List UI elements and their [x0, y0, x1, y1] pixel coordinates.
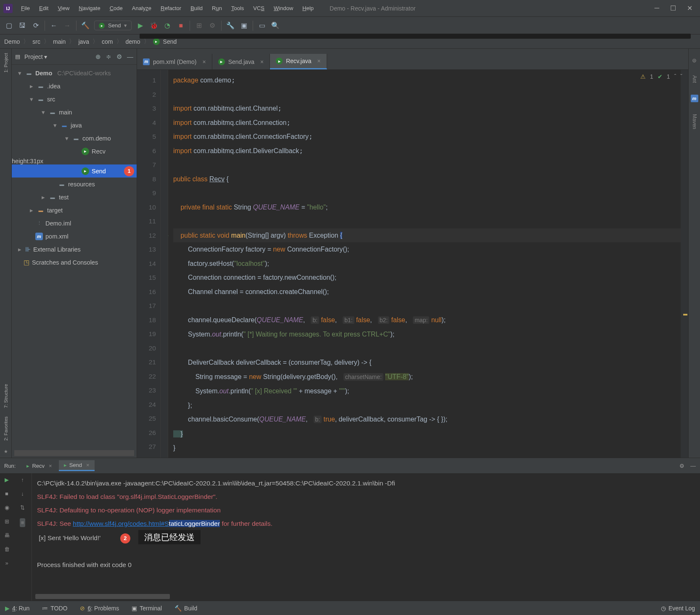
hammer-icon[interactable]: 🔨 [81, 21, 90, 30]
menu-code[interactable]: Code [106, 3, 127, 13]
run-hide-icon[interactable]: — [690, 463, 696, 469]
tree-test[interactable]: ▸▬test [12, 191, 137, 204]
code-content[interactable]: package com.demo; import com.rabbitmq.cl… [168, 70, 681, 458]
tree-ext[interactable]: ▸⊪External Libraries [12, 243, 137, 256]
event-log[interactable]: ◷Event Log [661, 605, 695, 612]
tool-todo[interactable]: ≔TODO [42, 605, 67, 612]
close-icon[interactable]: × [202, 58, 206, 65]
forward-icon[interactable]: → [63, 21, 72, 30]
menu-build[interactable]: Build [186, 3, 207, 13]
crumb-send[interactable]: Send [163, 38, 177, 45]
crumb-demo[interactable]: Demo [4, 38, 20, 45]
minimize-button[interactable]: ─ [655, 4, 659, 12]
save-icon[interactable]: 🖫 [18, 21, 27, 30]
print-icon[interactable]: 🖶 [4, 532, 10, 538]
menu-run[interactable]: Run [208, 3, 226, 13]
more-icon[interactable]: » [5, 560, 8, 566]
tree-resources[interactable]: ▬resources [12, 178, 137, 191]
open-icon[interactable]: ▢ [4, 21, 13, 30]
inspection-widget[interactable]: ⚠1 ✔1 ˆˇ [640, 73, 682, 80]
search-icon[interactable]: 🔍 [271, 21, 280, 30]
tab-recv[interactable]: ▸Recv.java× [270, 54, 327, 69]
run-button[interactable]: ▶ [136, 21, 145, 30]
tool-favorites[interactable]: 2: Favorites [3, 416, 8, 440]
console-output[interactable]: C:\PC\jdk-14.0.2\bin\java.exe -javaagent… [32, 473, 700, 601]
scroll-icon[interactable]: ≡ [20, 518, 26, 527]
tree-scratch[interactable]: ◳Scratches and Consoles [12, 256, 137, 269]
tool-maven[interactable]: Maven [692, 114, 697, 129]
tool-problems[interactable]: ⊘6: Problems [80, 605, 119, 612]
fold-gutter[interactable] [161, 70, 168, 458]
hide-icon[interactable]: — [127, 53, 133, 61]
tree-root[interactable]: ▾▬DemoC:\PC\ideaIC-works [12, 66, 137, 80]
star-icon[interactable]: ★ [4, 449, 8, 454]
tool-project[interactable]: 1: Project [3, 53, 8, 72]
tree-target[interactable]: ▸▬target [12, 204, 137, 217]
menu-file[interactable]: File [17, 3, 34, 13]
menu-analyze[interactable]: Analyze [128, 3, 156, 13]
tree-pom[interactable]: mpom.xml [12, 230, 137, 243]
tree-send[interactable]: ▸Send 1 [12, 164, 137, 178]
target-icon[interactable]: ⊕ [95, 53, 101, 61]
back-icon[interactable]: ← [49, 21, 58, 30]
trash-icon[interactable]: 🗑 [4, 546, 10, 552]
menu-refactor[interactable]: Refactor [156, 3, 185, 13]
coverage-button[interactable]: ◔ [163, 21, 172, 30]
tb-ico-4[interactable]: ▭ [257, 21, 267, 30]
tb-ico-3[interactable]: ▣ [239, 21, 248, 30]
rerun-icon[interactable]: ▶ [5, 477, 9, 483]
tb-ico-2[interactable]: ⚙ [208, 21, 217, 30]
close-button[interactable]: ✕ [687, 4, 692, 12]
tree-src[interactable]: ▾▬src [12, 93, 137, 106]
tool-run[interactable]: ▶4: Run [5, 605, 29, 612]
tree-iml[interactable]: ⋮Demo.iml [12, 217, 137, 230]
crumb-src[interactable]: src [32, 38, 40, 45]
tool-ant[interactable]: Ant [692, 75, 697, 83]
project-header[interactable]: Project ▾ [24, 53, 91, 60]
gear-icon[interactable]: ⚙ [116, 53, 122, 61]
error-stripe[interactable] [681, 70, 688, 458]
wrap-icon[interactable]: ⇅ [20, 504, 25, 511]
stop-button[interactable]: ■ [176, 21, 185, 30]
menu-help[interactable]: Help [298, 3, 318, 13]
tree-idea[interactable]: ▸▬.idea [12, 80, 137, 93]
run-gear-icon[interactable]: ⚙ [679, 463, 684, 469]
tab-send[interactable]: ▸Send.java× [212, 54, 270, 69]
crumb-demo2[interactable]: demo [126, 38, 140, 45]
refresh-icon[interactable]: ⟳ [31, 21, 40, 30]
menu-view[interactable]: View [53, 3, 74, 13]
crumb-java[interactable]: java [78, 38, 89, 45]
h-scrollbar[interactable] [14, 450, 134, 456]
tree-recv[interactable]: ▸Recv [12, 145, 137, 158]
tool-terminal[interactable]: ▣Terminal [132, 605, 162, 612]
run-tab-recv[interactable]: ▸Recv× [21, 461, 57, 471]
close-icon[interactable]: × [317, 58, 321, 64]
camera-icon[interactable]: ◉ [5, 504, 9, 511]
crumb-com[interactable]: com [102, 38, 113, 45]
down-icon[interactable]: ↓ [21, 490, 24, 497]
close-icon[interactable]: × [260, 58, 264, 65]
menu-edit[interactable]: Edit [35, 3, 53, 13]
tb-ico-1[interactable]: ⊞ [194, 21, 203, 30]
tree-main[interactable]: ▾▬main [12, 106, 137, 119]
menu-navigate[interactable]: Navigate [74, 3, 104, 13]
run-tab-send[interactable]: ▸Send× [59, 460, 95, 471]
layout-icon[interactable]: ⊞ [5, 518, 9, 525]
menu-window[interactable]: Window [269, 3, 297, 13]
tool-build[interactable]: 🔨Build [174, 605, 197, 612]
tree-pkg[interactable]: ▾▬com.demo [12, 132, 137, 145]
console-h-scrollbar[interactable] [35, 594, 170, 599]
tab-pom[interactable]: mpom.xml (Demo)× [137, 54, 212, 69]
menu-vcs[interactable]: VCS [249, 3, 269, 13]
maximize-button[interactable]: ☐ [670, 4, 676, 12]
code-editor[interactable]: ⚠1 ✔1 ˆˇ 123456789101112▶131415161718192… [137, 70, 688, 458]
tree-java[interactable]: ▾▬java [12, 119, 137, 132]
debug-button[interactable]: 🐞 [149, 21, 158, 30]
tool-structure[interactable]: 7: Structure [3, 384, 8, 408]
menu-tools[interactable]: Tools [227, 3, 248, 13]
crumb-main[interactable]: main [53, 38, 66, 45]
run-config-selector[interactable]: ▸ Send ▾ [94, 21, 132, 30]
ant-icon[interactable]: ⊚ [692, 57, 697, 64]
up-icon[interactable]: ↑ [21, 477, 24, 483]
collapse-icon[interactable]: ≑ [106, 53, 111, 61]
